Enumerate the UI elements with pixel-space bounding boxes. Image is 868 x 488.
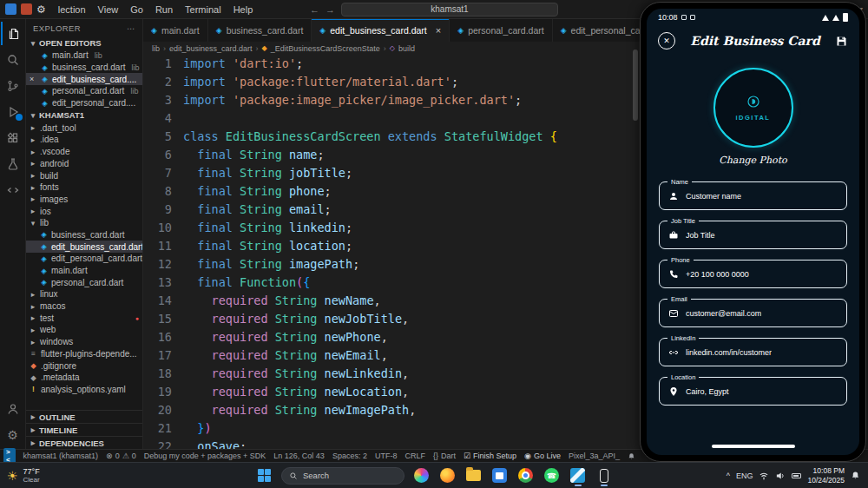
section-timeline[interactable]: ▸TIMELINE [26,423,142,436]
input-field-linkedin[interactable]: LinkedInlinkedin.com/in/customer [659,338,847,366]
open-editor-item[interactable]: ◈business_card.dartlib [26,62,142,74]
menu-lection[interactable]: lection [53,3,91,16]
project-section-header[interactable]: ▾ KHAMSAT1 [26,109,142,122]
finish-setup-button[interactable]: ☑ Finish Setup [464,452,516,460]
open-editor-item[interactable]: ◈main.dartlib [26,49,142,62]
app-icon[interactable] [5,3,16,15]
editor-scrollbar[interactable] [631,39,640,425]
profile-photo[interactable]: iDGITAL [713,68,793,148]
breadcrumb-item[interactable]: lib [152,44,160,53]
folder-web[interactable]: ▸web [26,324,142,336]
tab-main.dart[interactable]: ◈main.dart [143,19,208,42]
gesture-bar[interactable] [712,445,795,448]
open-editor-item[interactable]: ×◈edit_business_card.... [26,73,142,85]
file-.gitignore[interactable]: ◆.gitignore [26,359,142,372]
chrome-app[interactable] [516,465,535,486]
file-flutter-plugins-depende...[interactable]: ≡flutter-plugins-depende... [26,348,142,360]
breadcrumb-item[interactable]: edit_business_card.dart [169,44,253,53]
section-dependencies[interactable]: ▸DEPENDENCIES [26,436,142,449]
breadcrumb-item[interactable]: _EditBusinessCardScreenState [271,44,380,53]
change-photo-button[interactable]: Change Photo [647,155,859,166]
taskbar-search[interactable]: Search [281,467,404,485]
file-analysis_options.yaml[interactable]: !analysis_options.yaml [26,384,142,396]
folder-linux[interactable]: ▸linux [26,288,142,300]
recorder-icon[interactable] [21,3,32,15]
source-control-icon[interactable] [1,74,25,97]
folder-.dart_tool[interactable]: ▸.dart_tool [26,122,142,134]
tab-business_card.dart[interactable]: ◈business_card.dart [208,19,312,42]
back-icon[interactable]: ← [310,4,319,15]
tab-edit_business_card.dart[interactable]: ◈edit_business_card.dart× [312,19,450,42]
whatsapp-app[interactable]: ☎ [542,465,561,486]
extensions-icon[interactable] [1,126,25,149]
command-search-box[interactable]: khamsat1 [341,3,558,16]
menu-go[interactable]: Go [125,3,148,16]
breadcrumb-item[interactable]: build [398,44,415,53]
open-editor-item[interactable]: ◈personal_card.dartlib [26,85,142,97]
input-field-job-title[interactable]: Job TitleJob Title [659,221,847,249]
folder-macos[interactable]: ▸macos [26,300,142,313]
file-main.dart[interactable]: ◈main.dart [26,265,142,277]
explorer-icon[interactable] [1,22,25,45]
menu-terminal[interactable]: Terminal [180,3,227,16]
save-button[interactable] [835,35,848,48]
close-editor-icon[interactable]: × [30,75,37,83]
file-business_card.dart[interactable]: ◈business_card.dart [26,229,142,241]
input-field-name[interactable]: NameCustomer name [659,181,847,210]
wifi-icon[interactable] [759,471,769,481]
close-button[interactable]: ✕ [658,32,675,49]
menu-view[interactable]: View [93,3,124,16]
weather-widget[interactable]: ☀ 77°F Clear [0,467,40,485]
start-button[interactable] [255,465,273,486]
battery-icon[interactable] [792,473,801,478]
language-indicator[interactable]: ENG [736,472,753,480]
close-tab-icon[interactable]: × [436,25,441,36]
gear-icon[interactable]: ⚙ [36,3,46,16]
store-app[interactable] [490,465,509,486]
remote-explorer-icon[interactable] [1,178,25,201]
folder-fonts[interactable]: ▸fonts [26,181,142,194]
vscode-app[interactable] [569,465,587,486]
folder-ios[interactable]: ▸ios [26,205,142,217]
folder-images[interactable]: ▸images [26,194,142,206]
search-icon[interactable] [1,48,25,71]
go-live-button[interactable]: ◉ Go Live [524,452,561,460]
open-editors-header[interactable]: ▾ OPEN EDITORS [26,36,142,49]
menu-help[interactable]: Help [228,3,259,16]
encoding[interactable]: UTF-8 [375,452,398,460]
notification-bell-icon[interactable] [851,471,860,480]
input-field-location[interactable]: LocationCairo, Egypt [659,377,847,406]
emulator-phone-app[interactable] [595,465,613,486]
file-explorer-app[interactable] [464,465,483,486]
menu-run[interactable]: Run [150,3,178,16]
file-edit_personal_card.dart[interactable]: ◈edit_personal_card.dart [26,253,142,265]
folder-.idea[interactable]: ▸.idea [26,134,142,146]
folder-windows[interactable]: ▸windows [26,336,142,348]
settings-gear-icon[interactable]: ⚙ [1,423,25,446]
folder-.vscode[interactable]: ▸.vscode [26,146,142,158]
open-editor-item[interactable]: ◈edit_personal_card.... [26,97,142,109]
language-mode[interactable]: {} Dart [433,452,456,460]
eol-sequence[interactable]: CRLF [404,452,425,460]
folder-build[interactable]: ▸build [26,169,142,181]
run-debug-icon[interactable] [1,100,25,123]
folder-test[interactable]: ▸test● [26,312,142,324]
speaker-icon[interactable] [775,471,786,481]
tab-personal_card.dart[interactable]: ◈personal_card.dart [450,19,552,42]
scrollbar-thumb[interactable] [633,49,638,121]
tray-expand-icon[interactable]: ^ [727,472,730,480]
firefox-app[interactable] [438,465,457,486]
file-personal_card.dart[interactable]: ◈personal_card.dart [26,276,142,288]
notifications-bell-icon[interactable] [628,452,635,460]
folder-android[interactable]: ▸android [26,158,142,170]
section-outline[interactable]: ▸OUTLINE [26,410,142,423]
explorer-actions-icon[interactable]: ⋯ [127,23,135,33]
input-field-phone[interactable]: Phone+20 100 000 0000 [659,260,847,288]
folder-lib[interactable]: ▾lib [26,217,142,229]
clock[interactable]: 10:08 PM 10/24/2025 [807,466,845,485]
input-field-email[interactable]: Emailcustomer@email.com [659,299,847,327]
indentation[interactable]: Spaces: 2 [332,452,367,460]
remote-name[interactable]: khamsat1 (khamsat1) [23,452,99,460]
problems-indicator[interactable]: ⊗ 0 ⚠ 0 [106,452,136,460]
testing-icon[interactable] [1,152,25,175]
